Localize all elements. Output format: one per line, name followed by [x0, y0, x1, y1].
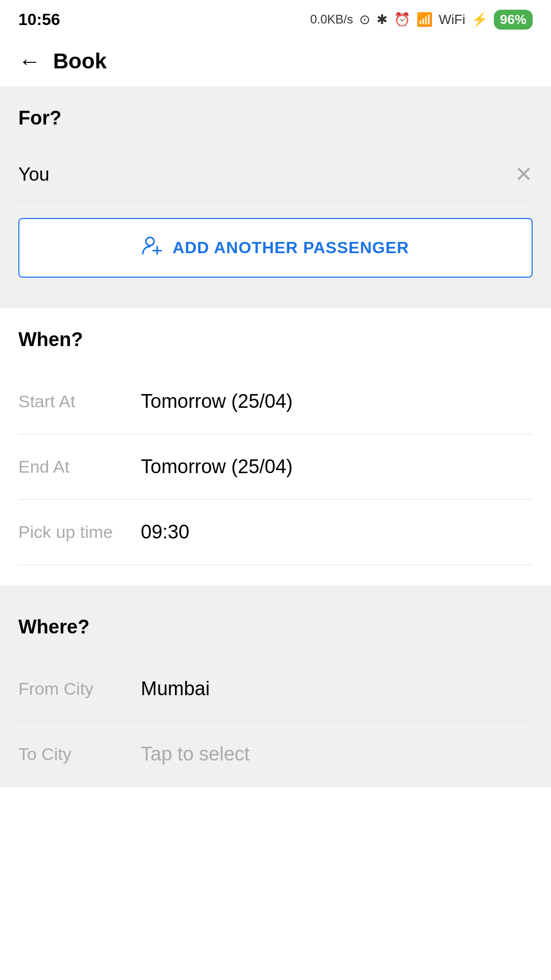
from-city-row[interactable]: From City Mumbai — [18, 656, 533, 722]
pickup-time-label: Pick up time — [18, 522, 141, 542]
add-passenger-label: ADD ANOTHER PASSENGER — [172, 238, 409, 257]
remove-passenger-button[interactable]: ✕ — [515, 162, 533, 187]
from-city-value: Mumbai — [141, 678, 210, 700]
section-separator-1 — [0, 298, 551, 308]
bluetooth-icon: ✱ — [377, 12, 388, 28]
section-separator-2 — [0, 585, 551, 596]
signal-icon: 📶 — [416, 12, 433, 28]
end-at-row[interactable]: End At Tomorrow (25/04) — [18, 434, 533, 500]
end-at-value: Tomorrow (25/04) — [141, 456, 293, 478]
end-at-label: End At — [18, 457, 141, 477]
when-section-label: When? — [18, 329, 533, 351]
wifi-icon: WiFi — [439, 12, 465, 28]
where-section-label: Where? — [18, 616, 533, 638]
add-person-icon — [142, 236, 162, 259]
start-at-label: Start At — [18, 391, 141, 411]
where-section: Where? From City Mumbai To City Tap to s… — [0, 596, 551, 787]
battery-indicator: 96% — [494, 10, 533, 30]
passenger-name: You — [18, 164, 49, 185]
to-city-value: Tap to select — [141, 743, 249, 765]
flash-icon: ⚡ — [471, 12, 488, 28]
status-icons: 0.0KB/s ⊙ ✱ ⏰ 📶 WiFi ⚡ 96% — [310, 10, 533, 30]
for-section-label: For? — [18, 107, 533, 129]
start-at-value: Tomorrow (25/04) — [141, 390, 293, 412]
status-time: 10:56 — [18, 10, 60, 29]
when-section: When? Start At Tomorrow (25/04) End At T… — [0, 308, 551, 585]
page-title: Book — [53, 49, 107, 74]
network-speed: 0.0KB/s — [310, 12, 353, 27]
pickup-time-row[interactable]: Pick up time 09:30 — [18, 500, 533, 565]
location-icon: ⊙ — [359, 12, 370, 28]
to-city-label: To City — [18, 744, 141, 764]
start-at-row[interactable]: Start At Tomorrow (25/04) — [18, 369, 533, 434]
add-passenger-button[interactable]: ADD ANOTHER PASSENGER — [18, 218, 533, 278]
passenger-item: You ✕ — [18, 148, 533, 202]
for-section: For? You ✕ ADD ANOTHER PASSENGER — [0, 87, 551, 298]
alarm-icon: ⏰ — [394, 12, 410, 28]
pickup-time-value: 09:30 — [141, 521, 189, 543]
app-bar: ← Book — [0, 36, 551, 87]
to-city-row[interactable]: To City Tap to select — [18, 722, 533, 787]
back-button[interactable]: ← — [18, 50, 41, 72]
from-city-label: From City — [18, 679, 141, 699]
svg-point-0 — [146, 237, 154, 246]
status-bar: 10:56 0.0KB/s ⊙ ✱ ⏰ 📶 WiFi ⚡ 96% — [0, 0, 551, 36]
